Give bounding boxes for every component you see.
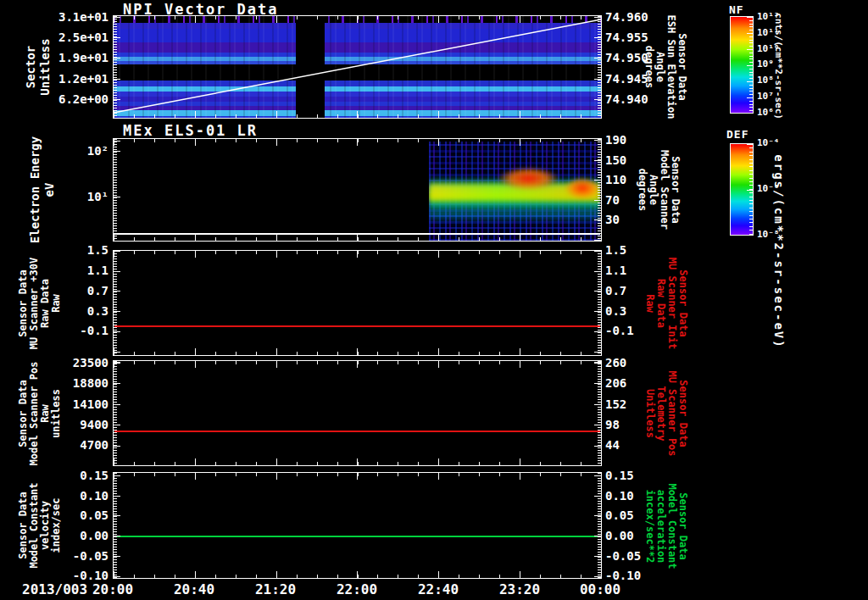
y-tick-label: 0.7: [25, 285, 108, 297]
y-tick-label: -0.05: [25, 550, 108, 562]
tick-marks: [114, 16, 601, 23]
x-axis-date: 2013/003: [22, 581, 87, 597]
tick-marks: [114, 458, 601, 465]
panel3-y-axis-label: Sensor Data MU Scanner +30V Raw Data Raw: [16, 244, 64, 363]
y-tick-label: 10²: [25, 145, 108, 157]
x-tick-label: 23:20: [492, 581, 547, 597]
y2-tick-label: 206: [605, 377, 670, 389]
y2-tick-label: 0.00: [605, 530, 670, 542]
y-tick-label: 18800: [25, 377, 108, 389]
y-tick-label: 2.5e+01: [25, 31, 108, 43]
y2-tick-label: 152: [605, 398, 670, 410]
y-tick-label: 1.1: [25, 264, 108, 276]
y2-tick-label: 0.15: [605, 469, 670, 481]
y2-tick-label: -0.05: [605, 550, 670, 562]
colorbar-nf-title: NF: [729, 3, 744, 16]
tick-marks: [594, 473, 601, 578]
y-tick-label: 14100: [25, 398, 108, 410]
y2-tick-label: -0.10: [605, 569, 670, 581]
x-tick-label: 00:00: [573, 581, 627, 597]
y-tick-label: 23500: [25, 357, 108, 369]
unit-text: ergs/(cm**2-sr-sec-eV): [774, 137, 785, 366]
y-tick-label: 6.2e+00: [25, 93, 108, 105]
y-tick-label: 4700: [25, 439, 108, 451]
y-tick-label: 1.5: [25, 244, 108, 256]
y-tick-label: 1.9e+01: [25, 52, 108, 64]
tick-marks: [114, 361, 120, 465]
colorbar-def-unit: ergs/(cm**2-sr-sec-eV): [772, 137, 786, 366]
axis-label-line: unitless: [51, 354, 62, 473]
tick-marks: [114, 571, 601, 578]
y-tick-label: 0.10: [25, 490, 108, 502]
axis-label-line: Raw: [51, 244, 62, 363]
y2-tick-label: 190: [605, 134, 670, 146]
panel-npi-spectrogram: [113, 15, 602, 119]
y-tick-label: -0.10: [25, 569, 108, 581]
sun-elevation-line: [114, 16, 601, 118]
y-tick-label: 1.2e+01: [25, 73, 108, 85]
tick-marks: [594, 361, 601, 465]
data-line-red: [114, 325, 600, 327]
y-tick-label: -0.1: [25, 325, 108, 336]
tick-marks: [114, 139, 120, 241]
panel-model-constant-velocity: [113, 472, 602, 579]
y2-tick-label: 74.940: [605, 93, 670, 105]
y-tick-label: 10¹: [25, 191, 108, 203]
y2-tick-label: 74.950: [605, 52, 670, 64]
y-tick-label: 0.00: [25, 530, 108, 542]
y2-tick-label: 110: [605, 174, 670, 186]
y2-tick-label: 30: [605, 214, 670, 225]
tick-marks: [114, 348, 601, 355]
panel4-y-axis-label: Sensor Data Model Scanner Pos Raw unitle…: [16, 354, 64, 473]
y-tick-label: 9400: [25, 419, 108, 431]
els-heatmap: [429, 142, 600, 241]
y2-tick-label: 0.7: [605, 285, 670, 297]
y-tick-label: 0.05: [25, 509, 108, 521]
tick-marks: [747, 144, 753, 235]
y2-tick-label: 0.05: [605, 509, 670, 521]
plot-page: NPI Vector Data MEx ELS-01 LR: [0, 0, 868, 600]
y2-tick-label: 0.3: [605, 305, 670, 317]
tick-marks: [594, 251, 601, 355]
tick-marks: [114, 234, 601, 241]
tick-marks: [114, 473, 601, 480]
panel-mu-scanner-30v: [113, 250, 602, 356]
tick-marks: [114, 473, 120, 578]
tick-marks: [114, 139, 601, 146]
y2-tick-label: 74.960: [605, 11, 670, 23]
panel2-title: MEx ELS-01 LR: [123, 122, 258, 139]
y-tick-label: 0.3: [25, 305, 108, 317]
data-line-red: [114, 431, 600, 432]
panel-model-scanner-pos: [113, 360, 602, 466]
tick-marks: [114, 251, 601, 258]
tick-marks: [594, 139, 601, 241]
tick-marks: [114, 361, 601, 368]
axis-label-line: Sensor Data: [677, 442, 688, 600]
y2-tick-label: 1.1: [605, 264, 670, 276]
y2-tick-label: 1.5: [605, 244, 670, 256]
x-tick-label: 20:00: [86, 581, 140, 597]
data-line-green: [114, 536, 600, 537]
colorbar-def-title: DEF: [726, 128, 748, 141]
tick-marks: [747, 17, 753, 113]
y2-tick-label: -0.1: [605, 325, 670, 336]
tick-marks: [114, 16, 120, 118]
colorbar-nf: [730, 16, 754, 114]
y-tick-label: 3.1e+01: [25, 11, 108, 23]
y2-tick-label: 44: [605, 439, 670, 451]
x-tick-label: 22:00: [330, 581, 384, 597]
y2-tick-label: 98: [605, 419, 670, 431]
colorbar-def: [730, 143, 754, 236]
x-tick-label: 20:40: [167, 581, 221, 597]
y2-tick-label: 70: [605, 194, 670, 206]
y2-tick-label: 150: [605, 154, 670, 166]
tick-marks: [114, 111, 601, 118]
y2-tick-label: 74.955: [605, 31, 670, 43]
panel5-y-axis-label: Sensor Data Model Constant velocity inde…: [16, 466, 64, 585]
axis-label-line: index/sec: [51, 466, 62, 585]
tick-marks: [114, 251, 120, 355]
y-tick-label: 0.15: [25, 469, 108, 481]
els-heatmap-peak: [498, 167, 559, 191]
panel-els-spectrogram: [113, 138, 602, 242]
x-tick-label: 22:40: [411, 581, 465, 597]
